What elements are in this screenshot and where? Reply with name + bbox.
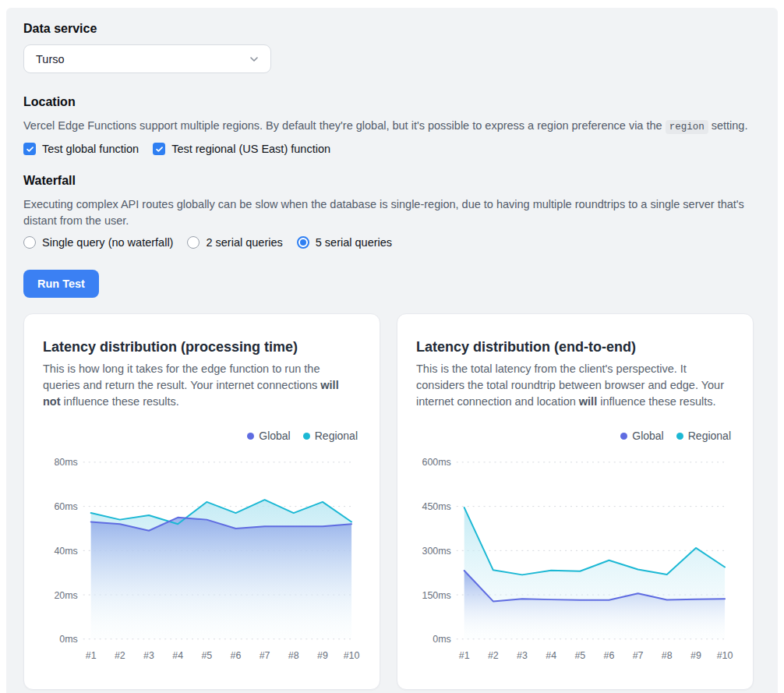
legend-label: Regional (315, 430, 358, 442)
checkbox-checked-icon[interactable] (153, 143, 165, 155)
radio-label: 5 serial queries (316, 236, 392, 249)
checkbox-checked-icon[interactable] (23, 143, 36, 155)
x-tick-label: #6 (604, 650, 615, 661)
end-to-end-card-description: This is the total latency from the clien… (416, 361, 728, 410)
legend-dot-icon (676, 433, 683, 440)
data-service-select[interactable]: Turso (23, 44, 271, 73)
radio-icon[interactable] (23, 236, 36, 249)
end-to-end-chart: 0ms150ms300ms450ms600ms#1#2#3#4#5#6#7#8#… (416, 445, 734, 672)
x-tick-label: #7 (633, 650, 644, 661)
chart-svg: 0ms150ms300ms450ms600ms#1#2#3#4#5#6#7#8#… (416, 445, 734, 672)
end-to-end-legend: GlobalRegional (416, 430, 731, 442)
waterfall-description: Executing complex API routes globally ca… (23, 196, 754, 229)
radio-label: 2 serial queries (206, 236, 282, 249)
processing-time-chart: 0ms20ms40ms60ms80ms#1#2#3#4#5#6#7#8#9#10 (43, 445, 361, 672)
processing-time-legend: GlobalRegional (43, 430, 358, 442)
radio-option[interactable]: 5 serial queries (297, 236, 392, 249)
data-service-selected-value: Turso (36, 53, 65, 65)
legend-item: Global (247, 430, 290, 442)
checkbox-label: Test global function (42, 143, 139, 155)
x-tick-label: #8 (288, 650, 299, 661)
text-run: influence these results. (61, 395, 179, 408)
x-tick-label: #3 (517, 650, 528, 661)
text-run: This is how long it takes for the edge f… (43, 362, 320, 391)
inline-code: region (666, 120, 708, 134)
run-test-button[interactable]: Run Test (23, 270, 99, 298)
text-run: Executing complex API routes globally ca… (23, 198, 744, 227)
processing-time-card: Latency distribution (processing time) T… (23, 313, 380, 690)
location-description: Vercel Edge Functions support multiple r… (23, 118, 761, 136)
processing-time-card-description: This is how long it takes for the edge f… (43, 361, 355, 410)
legend-label: Regional (688, 430, 731, 442)
radio-selected-icon[interactable] (297, 236, 309, 249)
x-tick-label: #7 (260, 650, 270, 661)
y-tick-label: 450ms (422, 501, 450, 512)
y-tick-label: 40ms (54, 546, 77, 557)
legend-item: Regional (676, 430, 731, 442)
radio-option[interactable]: 2 serial queries (187, 236, 282, 249)
radio-label: Single query (no waterfall) (42, 236, 173, 249)
end-to-end-card: Latency distribution (end-to-end) This i… (397, 313, 754, 690)
y-tick-label: 0ms (59, 634, 77, 645)
x-tick-label: #2 (115, 650, 125, 661)
legend-item: Regional (303, 430, 358, 442)
waterfall-heading: Waterfall (23, 174, 761, 188)
data-service-heading: Data service (23, 22, 761, 36)
chevron-down-icon (248, 53, 260, 65)
x-tick-label: #5 (574, 650, 585, 661)
checkbox-option[interactable]: Test global function (23, 143, 139, 155)
y-tick-label: 80ms (54, 457, 77, 468)
charts-row: Latency distribution (processing time) T… (23, 313, 761, 690)
legend-label: Global (259, 430, 290, 442)
text-run: setting. (708, 119, 748, 132)
text-run: influence these results. (597, 395, 715, 408)
x-tick-label: #9 (317, 650, 328, 661)
legend-label: Global (632, 430, 663, 442)
radio-icon[interactable] (187, 236, 200, 249)
end-to-end-card-title: Latency distribution (end-to-end) (416, 339, 734, 355)
x-tick-label: #9 (690, 650, 701, 661)
y-tick-label: 60ms (54, 501, 77, 512)
location-heading: Location (23, 95, 761, 109)
settings-panel: Data service Turso Location Vercel Edge … (6, 8, 778, 693)
chart-svg: 0ms20ms40ms60ms80ms#1#2#3#4#5#6#7#8#9#10 (43, 445, 361, 672)
y-tick-label: 300ms (422, 546, 450, 557)
legend-dot-icon (303, 433, 310, 440)
checkbox-option[interactable]: Test regional (US East) function (153, 143, 330, 155)
x-tick-label: #1 (459, 650, 470, 661)
checkbox-label: Test regional (US East) function (171, 143, 330, 155)
waterfall-radio-group: Single query (no waterfall)2 serial quer… (23, 236, 761, 249)
bold-text: will (579, 395, 597, 408)
y-tick-label: 150ms (422, 590, 450, 601)
x-tick-label: #1 (86, 650, 97, 661)
y-tick-label: 600ms (422, 457, 450, 468)
x-tick-label: #2 (488, 650, 499, 661)
processing-time-card-title: Latency distribution (processing time) (43, 339, 361, 355)
legend-item: Global (620, 430, 663, 442)
data-service-section: Data service Turso (23, 22, 761, 73)
text-run: Vercel Edge Functions support multiple r… (23, 119, 666, 132)
x-tick-label: #8 (662, 650, 673, 661)
x-tick-label: #10 (717, 650, 733, 661)
location-checkbox-group: Test global functionTest regional (US Ea… (23, 143, 761, 155)
x-tick-label: #3 (143, 650, 154, 661)
x-tick-label: #10 (344, 650, 360, 661)
x-tick-label: #4 (546, 650, 556, 661)
legend-dot-icon (247, 433, 254, 440)
y-tick-label: 0ms (433, 634, 450, 645)
waterfall-section: Waterfall Executing complex API routes g… (23, 174, 761, 249)
legend-dot-icon (620, 433, 627, 440)
x-tick-label: #6 (231, 650, 242, 661)
radio-option[interactable]: Single query (no waterfall) (23, 236, 173, 249)
x-tick-label: #5 (201, 650, 212, 661)
y-tick-label: 20ms (54, 590, 77, 601)
location-section: Location Vercel Edge Functions support m… (23, 95, 761, 155)
x-tick-label: #4 (172, 650, 183, 661)
